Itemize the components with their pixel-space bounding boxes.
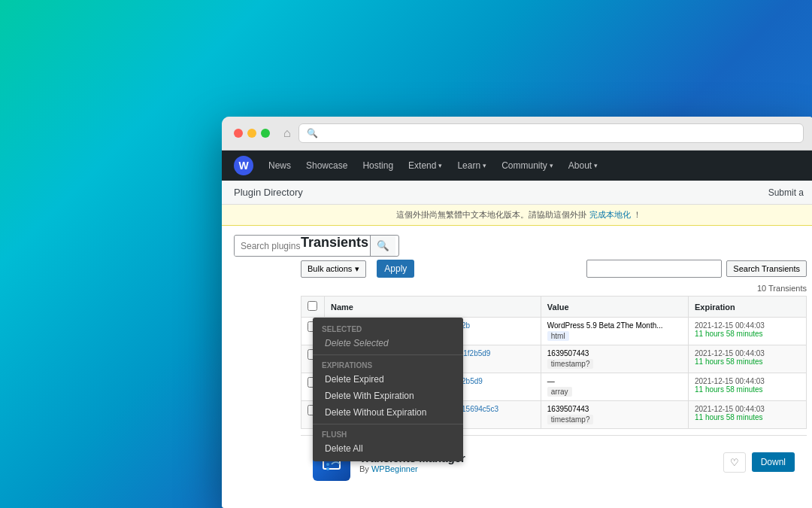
- apply-button[interactable]: Apply: [377, 260, 414, 278]
- nav-item-news[interactable]: News: [262, 156, 297, 175]
- browser-content: W News Showcase Hosting Extend ▾ Learn ▾…: [222, 151, 812, 508]
- notice-link[interactable]: 完成本地化: [589, 210, 631, 219]
- bulk-actions-button[interactable]: Bulk actions ▾: [301, 260, 366, 278]
- cell-value: — array: [541, 373, 688, 401]
- cell-expiration: 2021-12-15 00:44:03 11 hours 58 minutes: [689, 373, 807, 401]
- cell-value: WordPress 5.9 Beta 2The Month... html: [541, 318, 688, 345]
- value-badge: timestamp?: [547, 359, 594, 369]
- nav-item-hosting[interactable]: Hosting: [356, 156, 399, 175]
- transients-count: 10 Transients: [301, 284, 807, 293]
- nav-item-showcase[interactable]: Showcase: [300, 156, 353, 175]
- notice-bar: 這個外掛尚無繁體中文本地化版本。請協助這個外掛 完成本地化 ！: [222, 205, 812, 226]
- search-transients-button[interactable]: Search Transients: [726, 260, 807, 277]
- chevron-down-icon: ▾: [550, 162, 553, 169]
- dropdown-item-delete-without-expiration[interactable]: Delete Without Expiration: [313, 404, 463, 421]
- chevron-down-icon: ▾: [355, 264, 359, 274]
- dropdown-item-delete-all[interactable]: Delete All: [313, 440, 463, 457]
- bulk-actions-row: Bulk actions ▾ Selected Delete Selected …: [301, 260, 807, 278]
- notice-text-after: ！: [633, 210, 641, 219]
- dropdown-divider: [313, 354, 463, 355]
- wp-nav: W News Showcase Hosting Extend ▾ Learn ▾…: [222, 151, 812, 181]
- cell-expiration: 2021-12-15 00:44:03 11 hours 58 minutes: [689, 318, 807, 345]
- col-header-value: Value: [541, 297, 688, 318]
- dropdown-section-expirations: Expirations: [313, 358, 463, 371]
- chevron-down-icon: ▾: [594, 162, 598, 169]
- chevron-down-icon: ▾: [438, 162, 442, 169]
- download-button[interactable]: Downl: [752, 452, 795, 472]
- cell-expiration: 2021-12-15 00:44:03 11 hours 58 minutes: [689, 401, 807, 429]
- close-button[interactable]: [234, 129, 243, 138]
- plugin-author-link[interactable]: WPBeginner: [371, 464, 418, 473]
- main-content: 🔍 Transients Bulk actions ▾ Select: [222, 226, 812, 508]
- dropdown-item-delete-expired[interactable]: Delete Expired: [313, 371, 463, 388]
- svg-point-2: [326, 463, 329, 466]
- value-badge: html: [547, 331, 569, 341]
- value-badge: array: [547, 387, 572, 397]
- wp-logo[interactable]: W: [234, 156, 253, 175]
- search-icon: 🔍: [307, 128, 318, 138]
- col-header-checkbox: [301, 297, 325, 318]
- favorite-button[interactable]: ♡: [723, 452, 746, 473]
- notice-text: 這個外掛尚無繁體中文本地化版本。請協助這個外掛: [396, 210, 586, 219]
- dropdown-divider-2: [313, 424, 463, 424]
- dropdown-item-delete-selected[interactable]: Delete Selected: [313, 335, 463, 351]
- nav-item-learn[interactable]: Learn ▾: [451, 156, 492, 175]
- col-header-name: Name: [325, 297, 541, 318]
- dropdown-section-selected: Selected: [313, 322, 463, 335]
- browser-chrome: ⌂ 🔍: [222, 117, 812, 151]
- svg-point-3: [326, 467, 329, 470]
- select-all-checkbox[interactable]: [308, 301, 317, 311]
- minimize-button[interactable]: [247, 129, 256, 138]
- cell-value: 1639507443 timestamp?: [541, 345, 688, 373]
- transients-section: Transients Bulk actions ▾ Selected Delet…: [301, 226, 812, 508]
- chevron-down-icon: ▾: [483, 162, 486, 169]
- home-icon[interactable]: ⌂: [283, 126, 291, 140]
- left-section: 🔍: [222, 226, 301, 508]
- bulk-actions-container: Bulk actions ▾ Selected Delete Selected …: [301, 260, 366, 278]
- traffic-lights: [234, 129, 270, 138]
- plugin-directory-bar: Plugin Directory Submit a: [222, 181, 812, 205]
- plugin-directory-label: Plugin Directory: [234, 187, 303, 198]
- value-badge: timestamp?: [547, 415, 594, 424]
- cell-expiration: 2021-12-15 00:44:03 11 hours 58 minutes: [689, 345, 807, 373]
- nav-item-community[interactable]: Community ▾: [495, 156, 559, 175]
- bulk-actions-dropdown: Selected Delete Selected Expirations Del…: [313, 318, 463, 461]
- maximize-button[interactable]: [261, 129, 270, 138]
- cell-value: 1639507443 timestamp?: [541, 401, 688, 429]
- browser-window: ⌂ 🔍 W News Showcase Hosting Extend ▾: [222, 117, 812, 508]
- transients-title: Transients: [301, 235, 807, 251]
- nav-item-about[interactable]: About ▾: [562, 156, 604, 175]
- plugin-actions: ♡ Downl: [723, 452, 795, 473]
- dropdown-item-delete-with-expiration[interactable]: Delete With Expiration: [313, 388, 463, 404]
- plugin-author: By WPBeginner: [359, 464, 714, 473]
- nav-item-extend[interactable]: Extend ▾: [402, 156, 448, 175]
- col-header-expiration: Expiration: [689, 297, 807, 318]
- search-transients-input[interactable]: [586, 260, 722, 278]
- address-bar: 🔍: [298, 123, 804, 143]
- dropdown-section-flush: Flush: [313, 427, 463, 440]
- submit-link[interactable]: Submit a: [768, 187, 804, 198]
